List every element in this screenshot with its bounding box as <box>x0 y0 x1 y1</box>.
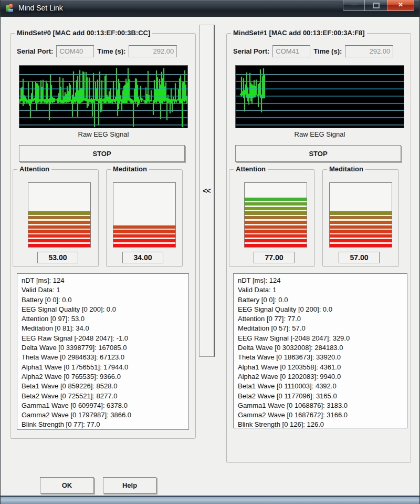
attention-value: 77.00 <box>254 252 295 263</box>
minimize-button[interactable]: — <box>343 0 365 11</box>
serial-port-input[interactable]: COM41 <box>272 45 310 57</box>
info-line: Gamma1 Wave [0 1068876]: 3183.0 <box>238 401 403 410</box>
help-button[interactable]: Help <box>103 477 156 493</box>
attention-legend: Attention <box>17 165 51 173</box>
eeg-waveform <box>19 66 187 128</box>
meter-segment <box>330 244 392 247</box>
ok-button[interactable]: OK <box>40 477 94 493</box>
info-line: Alpha1 Wave [0 1203558]: 4361.0 <box>238 363 403 372</box>
telemetry-box: nDT [ms]: 124Valid Data: 1Battery [0 0]:… <box>17 273 189 430</box>
eeg-plot-caption: Raw EEG Signal <box>19 130 188 138</box>
attention-group: Attention 53.00 <box>13 169 99 267</box>
meter-segment <box>245 202 307 205</box>
info-line: Meditation [0 81]: 34.0 <box>22 324 184 333</box>
meter-segment <box>113 244 175 247</box>
meter-segment <box>113 225 175 229</box>
info-line: Gamma2 Wave [0 1687672]: 3166.0 <box>238 410 403 420</box>
meter-segment <box>28 230 90 233</box>
title-bar: Mind Set Link — ✕ <box>1 0 419 17</box>
serial-port-label: Serial Port: <box>233 47 269 55</box>
info-line: Battery [0 0]: 0.0 <box>238 295 403 305</box>
telemetry-box: nDT [ms]: 124Valid Data: 1Battery [0 0]:… <box>233 273 407 428</box>
meditation-group: Meditation 34.00 <box>106 169 183 267</box>
info-line: nDT [ms]: 124 <box>22 276 184 285</box>
meditation-group: Meditation 57.00 <box>322 169 399 267</box>
eeg-plot-caption: Raw EEG Signal <box>235 130 404 138</box>
mindset0-group: MindSet#0 [MAC add 00:13:EF:00:3B:CC] Se… <box>10 33 196 439</box>
mindset1-group: MindSet#1 [MAC add 00:13:EF:00:3A:F8] Se… <box>226 33 411 463</box>
meter-segment <box>330 211 392 214</box>
time-input[interactable]: 292.00 <box>129 45 177 57</box>
time-input[interactable]: 292.00 <box>345 45 393 57</box>
info-line: Delta Wave [0 3398779]: 167085.0 <box>22 343 184 353</box>
info-line: Beta1 Wave [0 1110003]: 4392.0 <box>238 382 403 391</box>
raw-eeg-plot <box>19 65 188 128</box>
info-line: EEG Signal Quality [0 200]: 0.0 <box>238 305 403 314</box>
info-line: Valid Data: 1 <box>238 285 403 295</box>
meditation-meter <box>113 182 176 248</box>
info-line: Valid Data: 1 <box>22 285 184 295</box>
serial-row: Serial Port: COM40 Time (s): 292.00 <box>17 45 192 57</box>
meter-segment <box>113 239 175 242</box>
client-area: MindSet#0 [MAC add 00:13:EF:00:3B:CC] Se… <box>1 17 419 496</box>
app-icon <box>5 4 14 13</box>
meter-segment <box>245 234 307 238</box>
maximize-icon <box>373 3 380 8</box>
caption-buttons: — ✕ <box>343 0 414 12</box>
info-line: Theta Wave [0 1863673]: 33920.0 <box>238 353 403 362</box>
attention-meter <box>28 182 91 248</box>
meter-segment <box>245 225 307 229</box>
meter-segment <box>245 211 307 214</box>
meter-segment <box>28 239 90 242</box>
window-bottom-frame <box>1 496 419 504</box>
meter-segment <box>28 216 90 219</box>
meter-segment <box>245 221 307 224</box>
eeg-waveform <box>236 66 404 128</box>
info-line: Alpha1 Wave [0 1756551]: 17944.0 <box>22 363 184 372</box>
meter-segment <box>330 216 392 219</box>
meter-segment <box>28 244 90 247</box>
info-line: EEG Raw Signal [-2048 2047]: -1.0 <box>22 334 184 343</box>
serial-row: Serial Port: COM41 Time (s): 292.00 <box>233 45 407 57</box>
info-line: Battery [0 0]: 0.0 <box>22 295 184 305</box>
meter-segment <box>245 207 307 210</box>
info-line: Gamma1 Wave [0 609974]: 6378.0 <box>22 401 184 410</box>
serial-port-input[interactable]: COM40 <box>56 45 94 57</box>
meter-segment <box>330 239 392 242</box>
meter-segment <box>28 221 90 224</box>
attention-legend: Attention <box>234 165 268 173</box>
meter-segment <box>28 225 90 229</box>
collapse-panel-button[interactable]: << <box>199 25 215 357</box>
meter-segment <box>330 234 392 238</box>
attention-group: Attention 77.00 <box>229 169 315 267</box>
mindset1-legend: MindSet#1 [MAC add 00:13:EF:00:3A:F8] <box>231 29 367 37</box>
meditation-meter <box>329 182 392 248</box>
info-line: Alpha2 Wave [0 765535]: 9366.0 <box>22 372 184 382</box>
close-button[interactable]: ✕ <box>387 0 414 11</box>
window-title: Mind Set Link <box>18 0 63 16</box>
info-line: Theta Wave [0 2984633]: 67123.0 <box>22 353 184 362</box>
meter-segment <box>28 234 90 238</box>
attention-value: 53.00 <box>37 252 78 263</box>
info-line: Attention [0 97]: 53.0 <box>22 314 184 324</box>
stop-button[interactable]: STOP <box>19 145 185 162</box>
mindset0-legend: MindSet#0 [MAC add 00:13:EF:00:3B:CC] <box>15 29 152 37</box>
info-line: Beta2 Wave [0 725521]: 8277.0 <box>22 392 184 401</box>
meter-segment <box>245 239 307 242</box>
info-line: Alpha2 Wave [0 1202083]: 9940.0 <box>238 372 403 382</box>
info-line: Attention [0 77]: 77.0 <box>238 314 403 324</box>
stop-button[interactable]: STOP <box>235 145 401 162</box>
meter-segment <box>330 225 392 229</box>
meter-segment <box>113 230 175 233</box>
maximize-button[interactable] <box>365 0 387 11</box>
meter-segment <box>245 216 307 219</box>
info-line: EEG Signal Quality [0 200]: 0.0 <box>22 305 184 314</box>
info-line: EEG Raw Signal [-2048 2047]: 329.0 <box>238 334 403 343</box>
info-line: Blink Strength [0 77]: 77.0 <box>22 420 184 429</box>
meditation-value: 57.00 <box>339 252 380 263</box>
info-line: Meditation [0 57]: 57.0 <box>238 324 403 333</box>
info-line: Beta1 Wave [0 859226]: 8528.0 <box>22 382 184 391</box>
info-line: Delta Wave [0 3032008]: 284183.0 <box>238 343 403 353</box>
mind-set-link-window: Mind Set Link — ✕ MindSet#0 [MAC add 00:… <box>0 0 420 504</box>
meter-segment <box>245 198 307 201</box>
